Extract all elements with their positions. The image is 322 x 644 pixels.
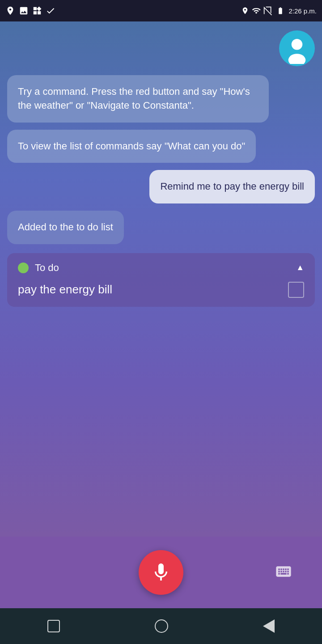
location-icon [241, 7, 249, 15]
todo-header: To do ▲ [18, 262, 304, 274]
avatar [279, 30, 315, 66]
response-message: Added to the to do list [7, 211, 124, 244]
todo-header-left: To do [18, 262, 59, 274]
time-display: 2:26 p.m. [288, 7, 317, 15]
bottom-bar [0, 537, 322, 608]
battery-icon [275, 7, 286, 15]
todo-item-text: pay the energy bill [18, 283, 112, 297]
chat-area: Try a command. Press the red button and … [0, 21, 322, 537]
mic-icon [150, 562, 172, 583]
svg-point-1 [292, 39, 303, 50]
assistant-message-2: To view the list of commands say "What c… [7, 130, 256, 163]
messages-container: Try a command. Press the red button and … [7, 75, 315, 530]
home-button[interactable] [155, 619, 168, 633]
keyboard-button[interactable] [272, 563, 295, 582]
keyboard-icon [272, 563, 295, 580]
status-bar-left-icons [5, 6, 55, 16]
widgets-icon [32, 6, 42, 16]
signal-icon [263, 6, 272, 15]
todo-item: pay the energy bill [18, 282, 304, 298]
gallery-icon [19, 6, 29, 16]
todo-card: To do ▲ pay the energy bill [7, 253, 315, 307]
todo-checkbox[interactable] [288, 282, 304, 298]
check-icon [46, 6, 55, 16]
todo-expand-icon[interactable]: ▲ [296, 263, 304, 272]
wifi-icon [252, 6, 261, 15]
back-button[interactable] [263, 619, 275, 633]
status-bar: 2:26 p.m. [0, 0, 322, 21]
status-bar-right-icons: 2:26 p.m. [241, 6, 317, 15]
user-message: Remind me to pay the energy bill [149, 170, 315, 203]
maps-icon [5, 6, 15, 16]
nav-bar [0, 608, 322, 644]
assistant-message-1: Try a command. Press the red button and … [7, 75, 269, 123]
todo-title: To do [35, 262, 59, 274]
avatar-container [7, 30, 315, 66]
mic-button[interactable] [139, 550, 183, 595]
todo-status-dot [18, 263, 29, 273]
recent-apps-button[interactable] [47, 620, 60, 632]
